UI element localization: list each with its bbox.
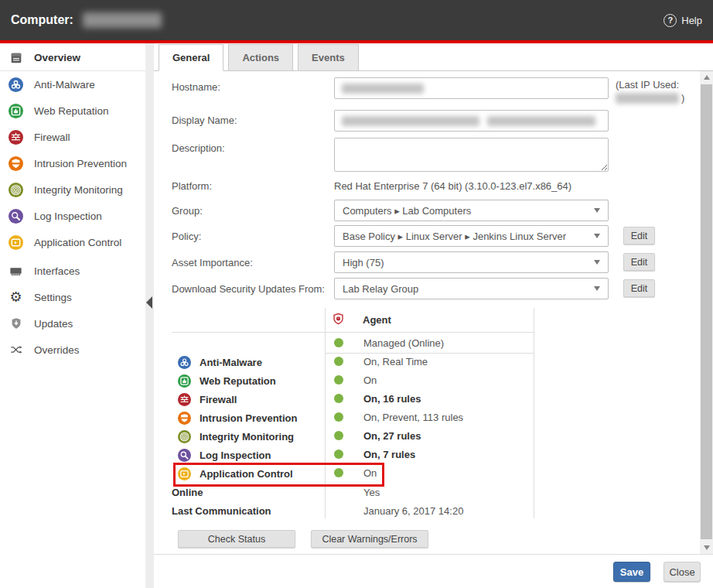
firewall-icon (178, 393, 191, 406)
status-dot (334, 412, 343, 422)
sidebar-item-intrusion-prevention[interactable]: Intrusion Prevention (0, 150, 145, 176)
interfaces-icon (9, 264, 23, 279)
scrollbar-thumb[interactable] (701, 84, 712, 539)
general-tab-panel: Hostname: (Last IP Used: ) Display Name:… (154, 71, 713, 554)
sidebar-item-interfaces[interactable]: Interfaces (0, 258, 145, 284)
help-label: Help (681, 15, 702, 26)
overrides-shuffle-icon (9, 343, 23, 357)
sidebar-item-anti-malware[interactable]: Anti-Malware (0, 71, 145, 97)
chevron-down-icon (594, 234, 600, 238)
last-ip-label: (Last IP Used: (616, 79, 679, 91)
check-status-button[interactable]: Check Status (178, 530, 295, 548)
intrusion-prevention-icon (178, 412, 191, 425)
tab-actions[interactable]: Actions (228, 44, 293, 71)
close-button[interactable]: Close (664, 562, 701, 582)
hostname-label: Hostname: (172, 81, 220, 93)
status-dot (334, 357, 343, 366)
sidebar-item-label: Application Control (34, 237, 121, 248)
policy-edit-button[interactable]: Edit (623, 227, 655, 244)
group-label: Group: (172, 205, 203, 217)
updates-from-label: Download Security Updates From: (172, 283, 325, 295)
sidebar-item-label: Overview (34, 52, 80, 63)
table-row-label: Anti-Malware (200, 357, 262, 368)
table-row-value: On, 16 rules (363, 393, 421, 405)
tab-events[interactable]: Events (298, 44, 359, 71)
online-value: Yes (363, 487, 380, 498)
sidebar-item-settings[interactable]: ⚙ Settings (0, 284, 145, 310)
main-content: General Actions Events Hostname: (Last I… (154, 43, 713, 588)
help-button[interactable]: ? Help (664, 14, 702, 27)
application-control-highlight-box (173, 463, 384, 487)
sidebar-item-integrity-monitoring[interactable]: Integrity Monitoring (0, 176, 145, 203)
display-name-redacted (342, 116, 479, 126)
log-inspection-icon (9, 209, 23, 224)
sidebar-item-overview[interactable]: Overview (0, 45, 145, 71)
computer-name-redacted (83, 12, 162, 28)
sidebar-item-updates[interactable]: Updates (0, 310, 145, 337)
updates-from-edit-button[interactable]: Edit (623, 279, 655, 297)
status-dot (334, 431, 343, 440)
page-title: Computer: (11, 13, 73, 27)
platform-value: Red Hat Enterprise 7 (64 bit) (3.10.0-12… (334, 180, 571, 192)
title-bar: Computer: ? Help (0, 0, 713, 40)
sidebar: Overview Anti-Malware Web Reputation Fir… (0, 43, 145, 588)
table-row-value: On, 7 rules (363, 449, 415, 460)
policy-label: Policy: (172, 231, 201, 242)
sidebar-collapse-icon[interactable] (146, 296, 152, 309)
web-reputation-icon (178, 374, 191, 388)
updates-from-select[interactable]: Lab Relay Group (334, 278, 609, 299)
table-row-label: Intrusion Prevention (200, 412, 297, 424)
asset-importance-select[interactable]: High (75) (334, 251, 609, 273)
dialog-footer: Save Close (154, 554, 713, 588)
anti-malware-icon (9, 77, 23, 92)
sidebar-item-label: Log Inspection (34, 210, 102, 222)
chevron-down-icon (594, 260, 600, 265)
group-select[interactable]: Computers ▸ Lab Computers (334, 200, 609, 221)
sidebar-splitter[interactable] (145, 43, 154, 588)
sidebar-item-overrides[interactable]: Overrides (0, 337, 145, 363)
sidebar-item-web-reputation[interactable]: Web Reputation (0, 97, 145, 124)
clear-warnings-button[interactable]: Clear Warnings/Errors (311, 530, 428, 548)
sidebar-item-label: Intrusion Prevention (34, 158, 127, 169)
display-name-input[interactable] (334, 110, 609, 132)
sidebar-item-label: Settings (34, 292, 72, 303)
asset-importance-label: Asset Importance: (172, 257, 253, 268)
sidebar-item-label: Integrity Monitoring (34, 184, 123, 196)
agent-column-header: Agent (363, 314, 391, 326)
table-row-value: On (363, 374, 377, 386)
sidebar-item-label: Web Reputation (34, 105, 109, 117)
description-input[interactable] (334, 138, 609, 172)
save-button[interactable]: Save (613, 562, 650, 582)
status-dot (334, 338, 343, 347)
overview-icon (9, 50, 23, 65)
tab-general[interactable]: General (159, 44, 223, 71)
scroll-down-icon[interactable] (700, 542, 713, 554)
scroll-up-icon[interactable] (700, 71, 713, 84)
hostname-redacted (342, 84, 424, 94)
table-column-divider (325, 308, 326, 518)
vertical-scrollbar[interactable] (700, 71, 713, 554)
sidebar-item-log-inspection[interactable]: Log Inspection (0, 203, 145, 229)
sidebar-item-firewall[interactable]: Firewall (0, 124, 145, 150)
hostname-input[interactable] (334, 77, 609, 99)
platform-label: Platform: (172, 180, 212, 192)
intrusion-prevention-icon (9, 156, 23, 171)
sidebar-item-label: Overrides (34, 344, 80, 356)
display-name-label: Display Name: (172, 115, 237, 126)
sidebar-item-application-control[interactable]: Application Control (0, 229, 145, 255)
sidebar-item-label: Anti-Malware (34, 79, 95, 91)
gear-icon: ⚙ (9, 290, 23, 305)
description-label: Description: (172, 142, 225, 154)
last-communication-label: Last Communication (172, 505, 271, 517)
last-communication-value: January 6, 2017 14:20 (363, 505, 463, 517)
table-row-label: Web Reputation (200, 375, 276, 387)
status-dot (334, 450, 343, 459)
integrity-monitoring-icon (9, 183, 23, 197)
table-row-label: Log Inspection (200, 450, 271, 461)
table-row-value: On, Prevent, 113 rules (363, 412, 463, 423)
table-row-value: On, 27 rules (363, 430, 421, 442)
asset-importance-edit-button[interactable]: Edit (623, 253, 655, 271)
policy-select[interactable]: Base Policy ▸ Linux Server ▸ Jenkins Lin… (334, 225, 609, 247)
updates-shield-icon (9, 316, 23, 331)
table-right-border (534, 308, 534, 518)
